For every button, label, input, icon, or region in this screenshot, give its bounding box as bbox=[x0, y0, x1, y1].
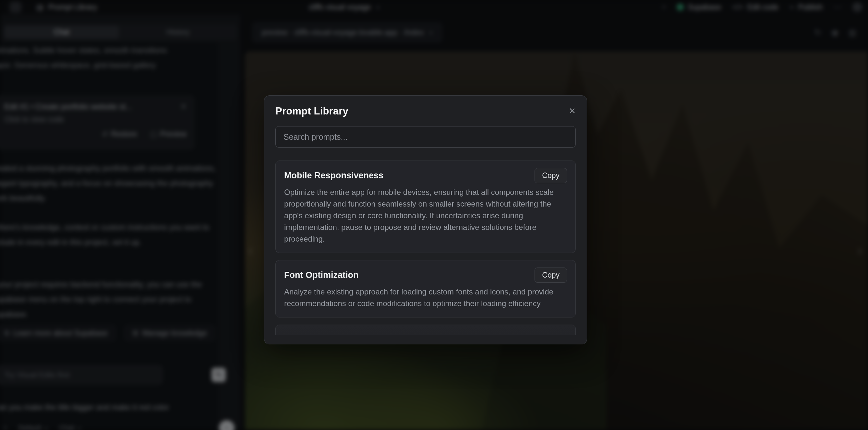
close-icon[interactable]: ✕ bbox=[568, 107, 576, 115]
prompt-description: Analyze the existing approach for loadin… bbox=[284, 286, 567, 309]
prompt-title: Font Optimization bbox=[284, 270, 359, 280]
prompt-card-partial bbox=[275, 325, 576, 335]
modal-title: Prompt Library bbox=[275, 105, 348, 117]
prompt-card: Font Optimization Copy Analyze the exist… bbox=[275, 260, 576, 317]
search-input[interactable] bbox=[275, 126, 576, 148]
prompt-card: Mobile Responsiveness Copy Optimize the … bbox=[275, 160, 576, 253]
copy-button[interactable]: Copy bbox=[534, 268, 567, 283]
prompt-library-modal: Prompt Library ✕ Mobile Responsiveness C… bbox=[264, 95, 587, 344]
prompt-description: Optimize the entire app for mobile devic… bbox=[284, 186, 567, 245]
prompt-title: Mobile Responsiveness bbox=[284, 171, 383, 181]
prompt-list: Mobile Responsiveness Copy Optimize the … bbox=[275, 160, 576, 335]
copy-button[interactable]: Copy bbox=[534, 168, 567, 183]
